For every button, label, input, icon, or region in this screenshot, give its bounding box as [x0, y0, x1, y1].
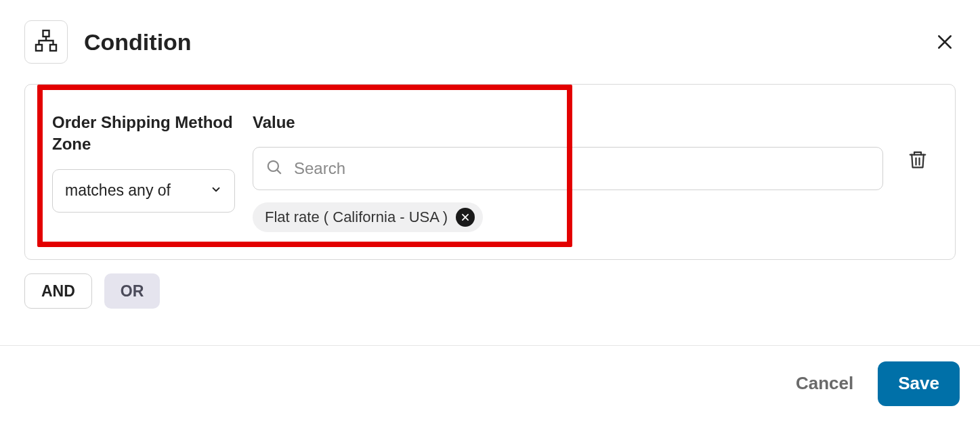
- close-icon: [461, 208, 470, 226]
- svg-rect-2: [50, 45, 56, 51]
- logic-or-label: OR: [121, 282, 144, 301]
- dialog-header: Condition: [0, 0, 980, 77]
- search-icon: [265, 158, 283, 179]
- logic-and-button[interactable]: AND: [24, 273, 92, 309]
- logic-row: AND OR: [24, 273, 956, 309]
- operator-select[interactable]: matches any of: [52, 169, 235, 213]
- svg-rect-0: [43, 30, 49, 37]
- cancel-label: Cancel: [796, 373, 853, 393]
- dialog-footer: Cancel Save: [0, 345, 980, 421]
- condition-row: Order Shipping Method Zone matches any o…: [24, 84, 956, 260]
- value-chip-row: Flat rate ( California - USA ): [253, 202, 883, 232]
- cancel-button[interactable]: Cancel: [792, 372, 857, 395]
- value-label: Value: [253, 112, 883, 133]
- dialog-title: Condition: [84, 29, 192, 56]
- chip-remove-button[interactable]: [456, 208, 475, 227]
- condition-icon-box: [24, 20, 68, 64]
- save-label: Save: [898, 373, 939, 393]
- chevron-down-icon: [210, 181, 222, 200]
- condition-dialog: Condition Order Shipping Method Zone mat…: [0, 0, 980, 421]
- save-button[interactable]: Save: [878, 361, 960, 406]
- svg-point-3: [268, 161, 278, 171]
- close-icon: [935, 32, 955, 55]
- logic-and-label: AND: [41, 282, 75, 301]
- delete-column: [901, 112, 928, 173]
- svg-rect-1: [36, 45, 42, 51]
- delete-condition-button[interactable]: [908, 150, 928, 173]
- field-label: Order Shipping Method Zone: [52, 112, 235, 156]
- field-column: Order Shipping Method Zone matches any o…: [52, 112, 235, 213]
- value-search-input[interactable]: [293, 148, 870, 190]
- svg-line-4: [277, 171, 281, 175]
- operator-selected-text: matches any of: [65, 181, 171, 200]
- dialog-body: Order Shipping Method Zone matches any o…: [0, 77, 980, 345]
- close-button[interactable]: [934, 32, 956, 54]
- value-search-box[interactable]: [253, 147, 883, 190]
- sitemap-icon: [34, 28, 58, 56]
- logic-or-button[interactable]: OR: [104, 273, 161, 309]
- value-chip-label: Flat rate ( California - USA ): [265, 208, 448, 226]
- value-chip: Flat rate ( California - USA ): [253, 202, 483, 232]
- value-column: Value Flat rate ( California - USA ): [253, 112, 883, 232]
- trash-icon: [908, 160, 928, 172]
